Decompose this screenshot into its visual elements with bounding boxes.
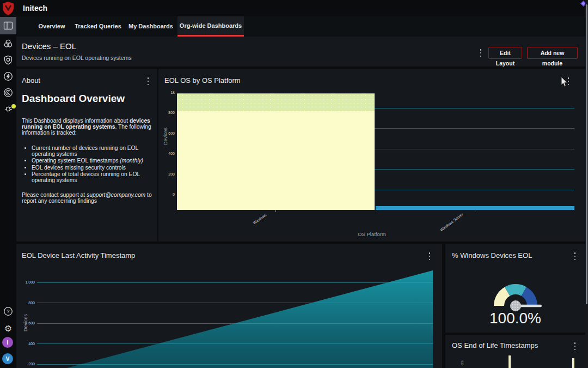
- list-item: Operating system EOL timestamps (monthly…: [32, 158, 151, 164]
- panel-os-eol-timestamps: OS End of Life Timestamps OS: [445, 335, 585, 368]
- sidebar-item-dashboards[interactable]: [0, 17, 16, 34]
- about-footer-text: Please contact support at support@compan…: [22, 192, 152, 204]
- x-tick-mark: [275, 210, 276, 212]
- about-intro-text: This Dashboard displays information abou…: [22, 118, 152, 136]
- lightning-circle-icon: [3, 71, 13, 81]
- chart1-y-axis-label: Devices: [163, 128, 168, 145]
- svg-text:?: ?: [7, 308, 9, 314]
- dashboard-layout-icon: [3, 21, 13, 31]
- about-bullet-list: Current number of devices running on EOL…: [22, 145, 151, 184]
- notification-dot: [11, 104, 16, 108]
- panel-about: About Dashboard Overview This Dashboard …: [16, 69, 157, 242]
- about-heading: Dashboard Overview: [22, 93, 125, 105]
- tab-my-dashboards[interactable]: My Dashboards: [128, 16, 173, 37]
- chart2-plot-area: [37, 264, 433, 368]
- page-title: Devices – EOL: [22, 41, 76, 51]
- y-tick: 200: [161, 172, 175, 176]
- chart2-kebab-menu[interactable]: [427, 252, 432, 260]
- page-subtitle: Devices running on EOL operating systems: [22, 55, 132, 61]
- gauge-title: % Windows Devices EOL: [452, 251, 532, 260]
- tab-tracked-queries[interactable]: Tracked Queries: [73, 16, 123, 37]
- chart2-title: EOL Device Last Activity Timestamp: [22, 251, 135, 260]
- about-kebab-menu[interactable]: [145, 77, 151, 85]
- list-item: Percentage of total devices running on E…: [32, 171, 151, 183]
- page-header: Devices – EOL Devices running on EOL ope…: [16, 37, 588, 68]
- radar-spiral-icon: [3, 88, 13, 98]
- chart1-plot-area: [177, 93, 574, 210]
- question-circle-icon: ?: [3, 306, 13, 316]
- x-tick-label: Windows Server: [439, 212, 464, 232]
- sidebar: ? ⚙ I V: [0, 0, 16, 368]
- gridline: [37, 303, 433, 303]
- eolts-title: OS End of Life Timestamps: [452, 341, 538, 349]
- chart1-x-axis-label: OS Platform: [158, 231, 585, 237]
- list-item: EOL devices missing security controls: [32, 165, 151, 171]
- avatar-user[interactable]: V: [2, 353, 13, 364]
- chart1-title: EOL OS by OS Platform: [164, 76, 241, 85]
- trefoil-circles-icon: [3, 39, 13, 49]
- panel-pct-windows-eol: % Windows Devices EOL 100.0%: [445, 244, 585, 333]
- panel-eol-last-activity: EOL Device Last Activity Timestamp Devic…: [16, 244, 442, 368]
- gauge-kebab-menu[interactable]: [572, 252, 578, 260]
- eolts-y-axis-label: OS: [461, 360, 464, 365]
- x-tick-mark: [475, 210, 475, 212]
- about-panel-title: About: [22, 76, 40, 85]
- top-bar: Initech: [16, 0, 588, 16]
- panel-eol-os-by-platform: EOL OS by OS Platform Devices 1k 800 600…: [158, 69, 585, 242]
- brand-name: Initech: [23, 0, 47, 16]
- brand-shield-logo-icon[interactable]: [2, 1, 15, 15]
- y-tick: 600: [161, 131, 175, 135]
- y-tick: 600: [20, 321, 35, 325]
- y-tick: 1,000: [20, 280, 35, 284]
- tab-org-wide-dashboards[interactable]: Org-wide Dashboards: [177, 16, 244, 37]
- list-item: Current number of devices running on EOL…: [32, 145, 151, 157]
- y-tick: 800: [161, 111, 175, 114]
- mouse-cursor: [561, 77, 568, 87]
- sidebar-item-integrations[interactable]: [0, 101, 16, 117]
- gauge-chart[interactable]: [487, 282, 544, 313]
- shield-target-icon: [3, 55, 13, 65]
- y-tick: 0: [161, 192, 175, 196]
- sidebar-item-endpoints[interactable]: [0, 52, 16, 68]
- vertical-scrollbar[interactable]: [585, 0, 588, 368]
- settings-gear-icon[interactable]: ⚙: [0, 320, 16, 336]
- x-tick-label: Windows: [253, 213, 267, 225]
- bar-windows-base[interactable]: [177, 111, 375, 210]
- avatar-initech[interactable]: I: [2, 337, 13, 348]
- gridline: [37, 343, 433, 344]
- sidebar-item-intel[interactable]: [0, 85, 16, 101]
- tab-bar: Overview Tracked Queries My Dashboards O…: [16, 16, 588, 37]
- y-tick: 400: [20, 342, 35, 346]
- app-root: ? ⚙ I V Initech Overview Tracked Queries…: [0, 0, 588, 368]
- bar-windows-server[interactable]: [376, 206, 574, 210]
- y-tick: 800: [20, 301, 35, 305]
- gridline: [37, 282, 433, 283]
- tab-overview[interactable]: Overview: [35, 16, 69, 37]
- eolts-kebab-menu[interactable]: [572, 342, 578, 350]
- gridline: [37, 323, 433, 324]
- mini-bar[interactable]: [509, 355, 511, 368]
- y-tick: 1k: [161, 91, 175, 94]
- sidebar-item-activity[interactable]: [0, 68, 16, 85]
- y-tick: 400: [161, 152, 175, 155]
- gridline: [37, 364, 433, 365]
- edit-layout-button[interactable]: Edit Layout: [488, 47, 522, 59]
- gauge-value: 100.0%: [445, 310, 585, 327]
- help-button[interactable]: ?: [0, 303, 16, 319]
- sidebar-item-detections[interactable]: [0, 35, 16, 52]
- area-series-fill[interactable]: [37, 264, 433, 368]
- scrollbar-thumb[interactable]: [586, 4, 587, 304]
- y-tick: 200: [20, 362, 35, 366]
- bar-windows-pattern-cap[interactable]: [177, 93, 375, 111]
- mini-bar[interactable]: [572, 358, 574, 368]
- add-new-module-button[interactable]: Add new module: [527, 47, 578, 59]
- page-kebab-menu[interactable]: [478, 49, 483, 57]
